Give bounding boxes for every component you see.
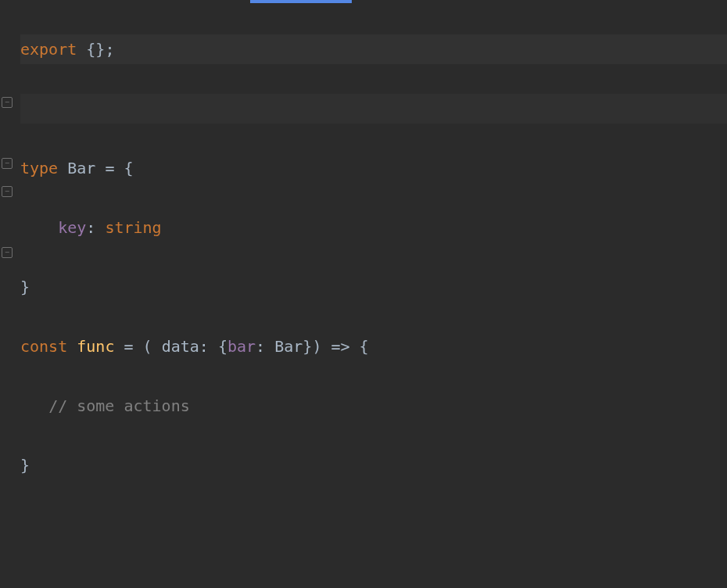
type-string: string <box>105 218 161 237</box>
colon: : <box>256 337 265 356</box>
rparen: ) <box>312 337 321 356</box>
code-line[interactable]: export {}; <box>20 34 727 64</box>
lbrace: { <box>218 337 227 356</box>
code-line[interactable]: // some actions <box>20 391 727 421</box>
code-line[interactable]: } <box>20 450 727 480</box>
code-line[interactable] <box>20 94 727 124</box>
rbrace: } <box>20 456 30 475</box>
keyword-type: type <box>20 159 58 177</box>
comment: // some actions <box>48 396 190 415</box>
code-line[interactable]: } <box>20 272 727 302</box>
code-line[interactable]: const func = ( data: {bar: Bar}) => { <box>20 332 727 361</box>
braces: {} <box>86 40 105 59</box>
keyword-const: const <box>20 337 67 356</box>
code-editor[interactable]: − − − − export {}; type Bar = { key: str… <box>0 0 727 588</box>
code-line[interactable] <box>20 569 727 588</box>
colon: : <box>86 218 95 237</box>
code-line[interactable] <box>20 510 727 540</box>
keyword-export: export <box>20 40 77 59</box>
type-name: Bar <box>67 159 95 177</box>
prop-bar: bar <box>227 337 256 356</box>
code-area[interactable]: export {}; type Bar = { key: string } co… <box>16 5 727 588</box>
lbrace: { <box>124 159 133 177</box>
op-equals: = <box>105 159 114 177</box>
lbrace: { <box>360 337 369 356</box>
param-data: data <box>162 337 199 356</box>
fold-toggle[interactable]: − <box>2 186 13 197</box>
fold-toggle[interactable]: − <box>2 97 13 108</box>
rbrace: } <box>303 337 312 356</box>
type-name: Bar <box>274 337 303 356</box>
colon: : <box>199 337 209 356</box>
lparen: ( <box>143 337 152 356</box>
active-tab-indicator <box>250 0 352 3</box>
function-name: func <box>77 337 114 356</box>
op-equals: = <box>124 337 133 356</box>
fold-toggle[interactable]: − <box>2 158 13 169</box>
arrow: => <box>331 337 349 356</box>
fold-toggle[interactable]: − <box>2 247 13 258</box>
code-line[interactable]: key: string <box>20 213 727 242</box>
rbrace: } <box>20 278 30 296</box>
prop-key: key <box>58 218 86 237</box>
code-line[interactable]: type Bar = { <box>20 153 727 183</box>
semicolon: ; <box>105 40 114 59</box>
gutter[interactable]: − − − − <box>0 5 16 588</box>
